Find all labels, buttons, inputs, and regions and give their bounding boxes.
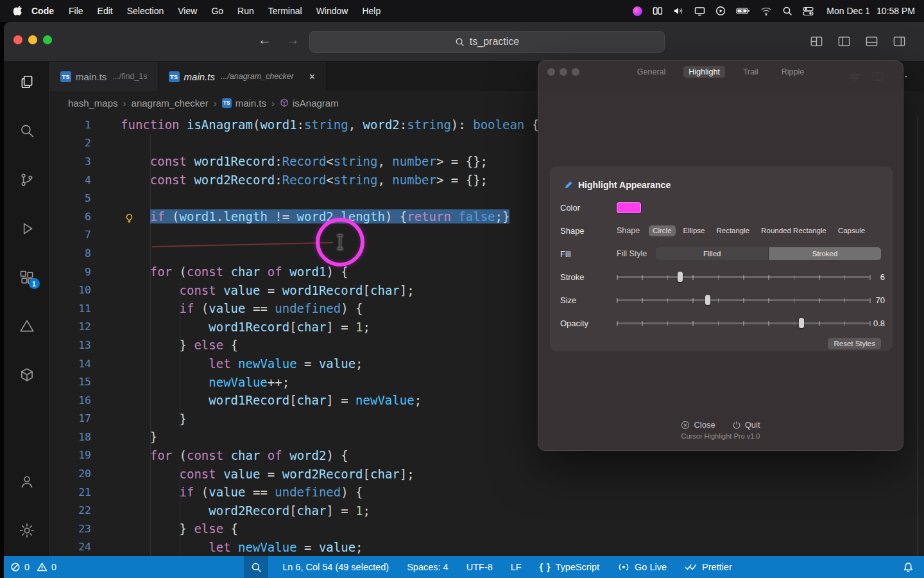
menubar-item-edit[interactable]: Edit [90, 6, 120, 16]
breadcrumb-item[interactable]: isAnagram [280, 98, 339, 109]
code-line[interactable]: 22 word2Record[char] = 1; [50, 501, 924, 520]
battery-icon[interactable] [736, 6, 750, 16]
opacity-slider[interactable] [617, 317, 869, 329]
editor-tab[interactable]: TSmain.ts.../anagram_checker✕ [158, 62, 327, 91]
window-manager-icon[interactable] [653, 6, 663, 16]
back-arrow-button[interactable]: ← [258, 32, 271, 48]
errors-icon [10, 562, 21, 572]
notifications-bell-icon[interactable] [903, 562, 914, 573]
tab-close-icon[interactable]: ✕ [309, 72, 316, 82]
panel-tab-trail[interactable]: Trail [738, 66, 764, 78]
color-well[interactable] [617, 202, 641, 213]
menubar-item-file[interactable]: File [62, 6, 90, 16]
menubar-item-run[interactable]: Run [230, 6, 261, 16]
code-line[interactable]: 23 } else { [50, 520, 924, 538]
breadcrumb-item[interactable]: TSmain.ts [222, 98, 266, 109]
menubar-clock[interactable]: Mon Dec 1 10:58 PM [826, 6, 915, 16]
size-slider-knob[interactable] [705, 295, 710, 305]
breadcrumb-item[interactable]: hash_maps [68, 98, 118, 109]
shape-option-rectangle[interactable]: Rectangle [712, 225, 753, 236]
opacity-slider-knob[interactable] [799, 318, 804, 328]
run-debug-icon[interactable] [18, 220, 36, 238]
close-window-button[interactable] [13, 35, 22, 44]
breadcrumb-label: isAnagram [293, 98, 339, 109]
size-slider[interactable] [617, 294, 869, 306]
zoom-window-button[interactable] [43, 35, 52, 44]
code-line[interactable]: 24 let newValue = value; [50, 538, 924, 557]
close-app-button[interactable]: Close [681, 420, 715, 430]
panel-tab-general[interactable]: General [632, 66, 671, 78]
editor-scrollbar[interactable] [917, 116, 918, 556]
fill-option-stroked[interactable]: Stroked [769, 247, 881, 260]
account-icon[interactable] [18, 473, 36, 491]
search-sidebar-icon[interactable] [18, 122, 36, 140]
menubar-item-go[interactable]: Go [204, 6, 230, 16]
tab-path: .../anagram_checker [221, 72, 294, 81]
toggle-panel-icon[interactable] [865, 35, 878, 48]
forward-arrow-button[interactable]: → [286, 32, 300, 48]
stroke-slider-knob[interactable] [678, 272, 683, 282]
prism-extension-icon[interactable] [18, 317, 36, 335]
display-icon[interactable] [694, 6, 705, 16]
zoom-indicator[interactable] [244, 556, 268, 578]
code-text: if (value == undefined) { [121, 301, 363, 315]
menubar-item-help[interactable]: Help [355, 6, 388, 16]
minimize-window-button[interactable] [28, 35, 37, 44]
source-control-icon[interactable] [18, 171, 36, 189]
power-icon [732, 421, 741, 430]
code-text: } [121, 430, 157, 444]
traffic-lights[interactable] [13, 35, 52, 44]
quit-app-button[interactable]: Quit [732, 420, 760, 430]
menubar-item-selection[interactable]: Selection [120, 6, 171, 16]
cube-extension-icon[interactable] [18, 366, 36, 384]
language-mode[interactable]: { } TypeScript [540, 562, 599, 572]
editor-tab[interactable]: TSmain.ts.../find_1s [50, 62, 158, 91]
line-number: 16 [50, 394, 94, 407]
stroke-slider[interactable] [617, 271, 869, 283]
eol-setting[interactable]: LF [511, 562, 522, 572]
menubar-item-terminal[interactable]: Terminal [261, 6, 309, 16]
settings-gear-icon[interactable] [18, 521, 36, 539]
panel-tab-highlight[interactable]: Highlight [683, 66, 725, 78]
code-line[interactable]: 20 const value = word2Record[char]; [50, 464, 924, 483]
screenshot-app-icon[interactable] [633, 6, 642, 16]
explorer-icon[interactable] [18, 73, 36, 91]
activity-bar: 1 [4, 62, 50, 556]
encoding-setting[interactable]: UTF-8 [466, 562, 493, 572]
color-label: Color [560, 203, 617, 213]
problems-indicator[interactable]: 0 0 [4, 562, 56, 572]
customize-layout-icon[interactable] [810, 35, 823, 48]
fill-option-filled[interactable]: Filled [656, 247, 768, 260]
menubar-item-window[interactable]: Window [309, 6, 355, 16]
volume-icon[interactable] [673, 6, 684, 16]
wifi-icon[interactable] [760, 6, 772, 16]
lightbulb-icon[interactable] [124, 212, 134, 226]
shape-option-capsule[interactable]: Capsule [834, 225, 869, 236]
go-live-button[interactable]: Go Live [617, 562, 667, 572]
breadcrumb-separator: › [271, 98, 275, 109]
command-center-search[interactable]: ts_practice [309, 31, 665, 53]
now-playing-icon[interactable] [715, 6, 726, 16]
indentation-setting[interactable]: Spaces: 4 [407, 562, 449, 572]
menubar-app-name[interactable]: Code [22, 6, 62, 16]
breadcrumb-item[interactable]: anagram_checker [132, 98, 209, 109]
menubar-item-view[interactable]: View [171, 6, 204, 16]
code-text: const word1Record:Record<string, number>… [121, 154, 488, 168]
braces-icon: { } [540, 562, 551, 572]
toggle-sidebar-icon[interactable] [837, 35, 851, 48]
extensions-icon[interactable]: 1 [18, 268, 36, 286]
shape-option-rounded-rectangle[interactable]: Rounded Rectangle [757, 225, 830, 236]
control-center-icon[interactable] [803, 6, 814, 16]
reset-styles-button[interactable]: Reset Styles [828, 338, 881, 349]
toggle-secondary-sidebar-icon[interactable] [893, 35, 906, 48]
broadcast-icon [617, 563, 630, 572]
code-line[interactable]: 21 if (value == undefined) { [50, 483, 924, 502]
shape-option-circle[interactable]: Circle [649, 225, 675, 236]
panel-tab-ripple[interactable]: Ripple [776, 66, 809, 78]
spotlight-icon[interactable] [782, 6, 792, 16]
cursor-position[interactable]: Ln 6, Col 54 (49 selected) [282, 562, 389, 572]
line-number: 19 [50, 449, 94, 461]
prettier-button[interactable]: Prettier [685, 562, 732, 572]
shape-option-ellipse[interactable]: Ellipse [680, 225, 709, 236]
apple-menu-icon[interactable] [13, 5, 22, 17]
